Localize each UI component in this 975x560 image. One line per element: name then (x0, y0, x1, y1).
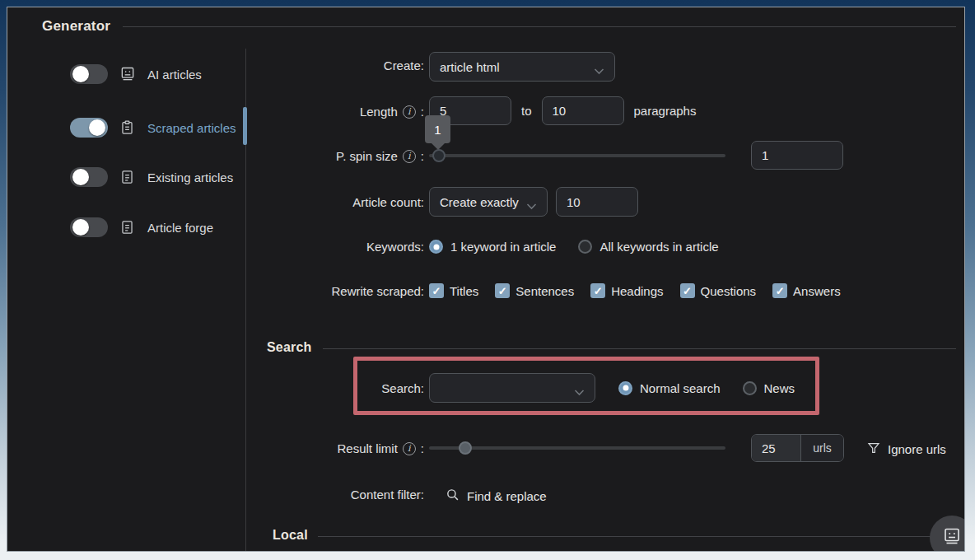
rewrite-headings-checkbox[interactable]: Headings (590, 283, 663, 298)
create-dropdown[interactable]: article html (429, 52, 615, 82)
ai-articles-toggle[interactable] (70, 64, 108, 84)
document-icon (119, 218, 136, 236)
search-section-rule (323, 348, 956, 349)
keywords-one-radio[interactable] (429, 240, 443, 254)
info-icon (403, 442, 416, 455)
article-count-mode-dropdown[interactable]: Create exactly (429, 187, 548, 217)
generator-panel: Generator AI articles Scraped articles E… (7, 7, 965, 552)
checkbox-checked-icon[interactable] (495, 283, 510, 298)
rewrite-titles-checkbox[interactable]: Titles (429, 283, 478, 298)
checkbox-checked-icon[interactable] (429, 283, 444, 298)
spin-size-label: P. spin size: (238, 149, 424, 163)
article-count-mode-value: Create exactly (440, 195, 519, 209)
ignore-urls-button[interactable]: Ignore urls (867, 441, 946, 457)
local-section-title: Local (273, 528, 308, 543)
sidebar-item-ai-articles[interactable]: AI articles (70, 63, 202, 86)
clipboard-icon (119, 119, 136, 137)
robot-icon (119, 65, 136, 83)
find-replace-button[interactable]: Find & replace (446, 488, 547, 504)
result-limit-slider[interactable] (429, 441, 725, 455)
news-label[interactable]: News (764, 381, 795, 395)
robot-icon (942, 526, 962, 550)
slider-thumb[interactable] (459, 441, 472, 455)
spin-size-input[interactable]: 1 (751, 141, 843, 170)
article-forge-toggle[interactable] (70, 217, 108, 237)
sidebar-item-article-forge[interactable]: Article forge (70, 216, 213, 239)
create-label: Create: (238, 58, 424, 72)
length-label: Length: (238, 105, 424, 119)
length-suffix: paragraphs (634, 104, 697, 118)
sidebar-item-label: Existing articles (147, 170, 233, 184)
keywords-all-radio[interactable] (578, 240, 592, 254)
spin-size-slider[interactable] (429, 149, 725, 162)
result-limit-value-group[interactable]: 25 urls (751, 434, 844, 462)
search-icon (446, 488, 460, 504)
checkbox-checked-icon[interactable] (680, 283, 695, 298)
local-section-rule (318, 536, 956, 537)
info-icon (403, 105, 416, 119)
keywords-label: Keywords: (238, 240, 424, 254)
sidebar-item-label: Article forge (147, 221, 213, 235)
page-title: Generator (42, 18, 110, 35)
article-count-input[interactable]: 10 (556, 187, 638, 217)
rewrite-scraped-label: Rewrite scraped: (238, 284, 424, 298)
result-limit-input[interactable]: 25 (752, 435, 801, 461)
sidebar-item-scraped-articles[interactable]: Scraped articles (70, 116, 236, 139)
content-filter-label: Content filter: (238, 488, 424, 502)
document-icon (119, 168, 136, 186)
result-limit-unit: urls (801, 435, 843, 461)
existing-articles-toggle[interactable] (70, 167, 108, 187)
checkbox-checked-icon[interactable] (772, 283, 787, 298)
search-label: Search: (238, 381, 424, 395)
funnel-icon (867, 441, 880, 457)
info-icon (403, 150, 416, 163)
title-rule (123, 26, 956, 27)
result-limit-label: Result limit: (238, 441, 424, 455)
rewrite-sentences-checkbox[interactable]: Sentences (495, 283, 574, 298)
news-radio[interactable] (743, 381, 757, 395)
article-count-label: Article count: (238, 195, 424, 209)
scraped-articles-toggle[interactable] (70, 118, 108, 138)
slider-thumb[interactable] (432, 149, 446, 162)
sidebar-item-label: AI articles (147, 68, 202, 82)
keywords-all-label[interactable]: All keywords in article (599, 240, 718, 254)
checkbox-checked-icon[interactable] (590, 283, 605, 298)
search-engine-dropdown[interactable] (429, 373, 595, 403)
sidebar-item-label: Scraped articles (147, 121, 236, 135)
chevron-down-icon (526, 198, 537, 206)
length-to-word: to (521, 104, 532, 118)
keywords-one-label[interactable]: 1 keyword in article (450, 240, 556, 254)
normal-search-label[interactable]: Normal search (640, 381, 721, 395)
search-section-title: Search (267, 340, 312, 355)
length-to-input[interactable]: 10 (542, 96, 624, 125)
rewrite-answers-checkbox[interactable]: Answers (772, 283, 841, 298)
create-dropdown-value: article html (440, 60, 500, 74)
chevron-down-icon (574, 385, 585, 392)
spin-size-tooltip: 1 (425, 115, 450, 143)
chevron-down-icon (594, 63, 604, 71)
normal-search-radio[interactable] (618, 381, 632, 395)
sidebar-item-existing-articles[interactable]: Existing articles (70, 166, 233, 189)
assistant-fab-button[interactable] (930, 516, 965, 552)
rewrite-questions-checkbox[interactable]: Questions (680, 283, 757, 298)
